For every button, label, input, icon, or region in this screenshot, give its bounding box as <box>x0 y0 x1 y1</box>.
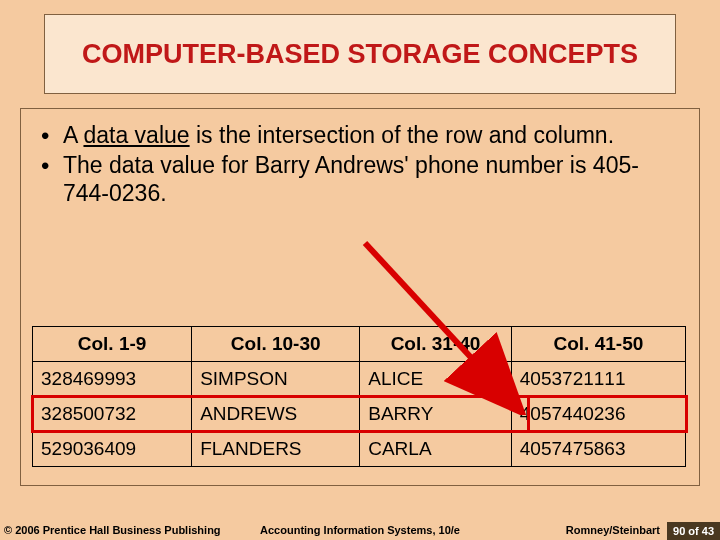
data-table: Col. 1-9 Col. 10-30 Col. 31-40 Col. 41-5… <box>32 326 686 467</box>
cell: 328500732 <box>33 397 192 432</box>
table-row: 328500732 ANDREWS BARRY 4057440236 <box>33 397 686 432</box>
footer: © 2006 Prentice Hall Business Publishing… <box>0 518 720 540</box>
slide: COMPUTER-BASED STORAGE CONCEPTS A data v… <box>0 0 720 540</box>
cell: 529036409 <box>33 432 192 467</box>
cell: 4057440236 <box>511 397 685 432</box>
footer-page: 90 of 43 <box>667 522 720 540</box>
col-header-2: Col. 10-30 <box>192 327 360 362</box>
cell: SIMPSON <box>192 362 360 397</box>
bullet-list: A data value is the intersection of the … <box>39 121 681 207</box>
bullet-2: The data value for Barry Andrews' phone … <box>39 151 681 207</box>
cell: ANDREWS <box>192 397 360 432</box>
table-header-row: Col. 1-9 Col. 10-30 Col. 31-40 Col. 41-5… <box>33 327 686 362</box>
title-box: COMPUTER-BASED STORAGE CONCEPTS <box>44 14 676 94</box>
cell: BARRY <box>360 397 512 432</box>
slide-title: COMPUTER-BASED STORAGE CONCEPTS <box>82 38 638 70</box>
table-row: 328469993 SIMPSON ALICE 4053721111 <box>33 362 686 397</box>
col-header-1: Col. 1-9 <box>33 327 192 362</box>
col-header-3: Col. 31-40 <box>360 327 512 362</box>
data-table-wrap: Col. 1-9 Col. 10-30 Col. 31-40 Col. 41-5… <box>32 326 686 467</box>
bullet-1-underline: data value <box>83 122 189 148</box>
bullet-1-pre: A <box>63 122 83 148</box>
cell: 4053721111 <box>511 362 685 397</box>
cell: 4057475863 <box>511 432 685 467</box>
cell: 328469993 <box>33 362 192 397</box>
bullet-2-text: The data value for Barry Andrews' phone … <box>63 152 639 206</box>
bullet-1: A data value is the intersection of the … <box>39 121 681 149</box>
footer-authors: Romney/Steinbart <box>566 524 660 536</box>
table-row: 529036409 FLANDERS CARLA 4057475863 <box>33 432 686 467</box>
cell: ALICE <box>360 362 512 397</box>
cell: CARLA <box>360 432 512 467</box>
bullet-1-post: is the intersection of the row and colum… <box>190 122 614 148</box>
col-header-4: Col. 41-50 <box>511 327 685 362</box>
cell: FLANDERS <box>192 432 360 467</box>
